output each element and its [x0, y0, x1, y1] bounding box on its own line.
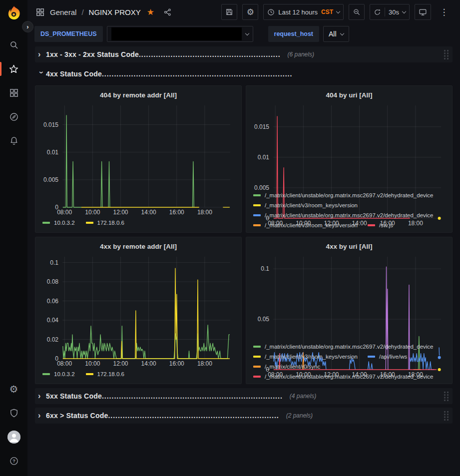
favorite-star-icon[interactable]: ★	[147, 7, 154, 17]
row-header-6xx[interactable]: › 6xx > Status Code ....................…	[35, 408, 453, 424]
row-drag-handle[interactable]	[444, 392, 449, 401]
row-collapse-chevron: ›	[38, 50, 46, 59]
svg-text:10:00: 10:00	[85, 360, 100, 367]
row-title-dots: ........................................…	[102, 70, 292, 78]
legend-item[interactable]: 10.0.3.2	[42, 220, 75, 226]
datasource-variable-select[interactable]	[107, 26, 253, 42]
user-avatar	[7, 431, 20, 444]
legend-item[interactable]: /_matrix/client/v3/room_keys/version	[253, 354, 358, 360]
row-collapse-chevron: ›	[38, 411, 46, 420]
series-label: /api/live/ws	[379, 354, 407, 360]
save-dashboard-button[interactable]	[221, 4, 237, 20]
tv-mode-button[interactable]	[415, 4, 431, 20]
row-header-1xx-3xx-2xx[interactable]: › 1xx - 3xx - 2xx Status Code ..........…	[35, 46, 453, 62]
grafana-logo[interactable]	[0, 0, 27, 22]
sidebar-item-configuration[interactable]: ⚙	[0, 377, 27, 401]
more-options-kebab[interactable]: ⋮	[436, 4, 452, 20]
row-header-4xx[interactable]: › 4xx Status Code ......................…	[35, 66, 453, 82]
svg-text:0: 0	[55, 355, 58, 362]
legend-item[interactable]: /_matrix/client/unstable/org.matrix.msc2…	[253, 192, 434, 198]
svg-text:0.06: 0.06	[47, 298, 59, 305]
share-icon[interactable]	[163, 8, 172, 16]
legend-item[interactable]: 10.0.3.2	[42, 371, 75, 377]
svg-text:08:00: 08:00	[57, 360, 72, 367]
sidebar-item-search[interactable]	[0, 33, 27, 57]
legend-item[interactable]: /api/live/ws	[368, 354, 407, 360]
sidebar-item-profile[interactable]	[0, 425, 27, 449]
variables-bar: DS_PROMETHEUS request_host All	[27, 24, 460, 44]
series-color-swatch	[86, 373, 93, 375]
time-range-picker[interactable]: Last 12 hours CST	[263, 4, 344, 20]
series-color-swatch	[368, 224, 375, 226]
zoom-out-time-button[interactable]	[349, 4, 365, 20]
dashboard-settings-button[interactable]: ⚙	[242, 4, 258, 20]
request-host-value: All	[329, 30, 337, 38]
sidebar-item-alerting[interactable]	[0, 129, 27, 153]
request-host-variable-select[interactable]: All	[323, 26, 349, 42]
series-color-swatch	[368, 356, 375, 358]
timeseries-chart[interactable]: 08:0010:0012:0014:0016:0018:0000.020.040…	[39, 253, 237, 368]
svg-text:14:00: 14:00	[141, 209, 156, 216]
row-drag-handle[interactable]	[444, 50, 449, 59]
sidebar-item-dashboards[interactable]	[0, 81, 27, 105]
row-header-5xx[interactable]: › 5xx Status Code ......................…	[35, 388, 453, 404]
legend-item[interactable]: /_matrix/client/v3/room_keys/version	[253, 222, 358, 228]
datasource-variable-label[interactable]: DS_PROMETHEUS	[34, 26, 103, 42]
series-label: /_matrix/client/r0/sync	[265, 364, 320, 370]
row-expand-chevron: ›	[37, 71, 46, 79]
star-icon	[8, 64, 19, 74]
sidebar-item-starred[interactable]	[0, 57, 27, 81]
legend-item[interactable]: /_matrix/client/unstable/org.matrix.msc2…	[253, 374, 434, 380]
legend-item[interactable]: /_matrix/client/r0/sync	[253, 364, 320, 370]
legend-item[interactable]: 172.18.0.6	[86, 371, 124, 377]
panel-404-by-remote-addr: 404 by remote addr [All] 08:0010:0012:00…	[35, 85, 242, 233]
panels-grid: 404 by remote addr [All] 08:0010:0012:00…	[35, 85, 453, 384]
row-title: 5xx Status Code	[46, 392, 102, 400]
legend-item[interactable]: 172.18.0.6	[86, 220, 124, 226]
legend-item[interactable]: /_matrix/client/unstable/org.matrix.msc2…	[253, 212, 434, 218]
series-label: 172.18.0.6	[97, 371, 124, 377]
refresh-group[interactable]: 30s	[370, 4, 410, 20]
svg-text:12:00: 12:00	[113, 209, 128, 216]
svg-text:0: 0	[55, 204, 58, 211]
svg-text:0.005: 0.005	[43, 176, 58, 183]
sidebar-expand-button[interactable]: ›	[22, 21, 33, 32]
panel-title[interactable]: 404 by remote addr [All]	[39, 88, 237, 101]
svg-text:08:00: 08:00	[57, 209, 72, 216]
series-color-swatch	[42, 373, 50, 375]
timeseries-chart[interactable]: 08:0010:0012:0014:0016:0018:0000.0050.01…	[39, 101, 237, 216]
panel-title[interactable]: 4xx by uri [All]	[250, 240, 448, 253]
row-title-dots: ........................................…	[108, 412, 279, 420]
svg-text:18:00: 18:00	[197, 360, 212, 367]
svg-text:16:00: 16:00	[169, 360, 184, 367]
panel-title[interactable]: 4xx by remote addr [All]	[39, 240, 237, 253]
row-drag-handle[interactable]	[444, 411, 449, 421]
save-icon	[225, 8, 233, 16]
legend-item[interactable]: /sw.js	[368, 222, 393, 228]
server-admin-shield-icon	[9, 408, 19, 418]
timeseries-chart[interactable]: 08:0010:0012:0014:0016:0018:0000.0050.01…	[250, 101, 448, 191]
breadcrumb-separator: /	[81, 8, 83, 16]
panel-title[interactable]: 404 by uri [All]	[250, 88, 448, 101]
sidebar-item-server-admin[interactable]	[0, 401, 27, 425]
breadcrumb-section[interactable]: General	[50, 8, 76, 16]
legend-item[interactable]: /_matrix/client/v3/room_keys/version	[253, 202, 358, 208]
sidebar-item-explore[interactable]	[0, 105, 27, 129]
request-host-variable-label[interactable]: request_host	[268, 26, 320, 42]
series-label: /sw.js	[379, 222, 393, 228]
row-panel-count: (4 panels)	[290, 393, 316, 400]
dashboard-title[interactable]: NGINX PROXY	[89, 8, 141, 16]
svg-text:0.04: 0.04	[47, 317, 59, 324]
svg-text:14:00: 14:00	[141, 360, 156, 367]
dashboards-grid-icon	[9, 88, 19, 98]
svg-text:0.1: 0.1	[261, 265, 269, 272]
svg-text:0.01: 0.01	[258, 154, 270, 161]
legend-item[interactable]: /_matrix/client/unstable/org.matrix.msc2…	[253, 344, 434, 350]
series-color-swatch	[253, 224, 261, 226]
timezone-label: CST	[321, 8, 333, 15]
sidebar-item-help[interactable]: ?	[0, 449, 27, 473]
timeseries-chart[interactable]: 08:0010:0012:0014:0016:0018:0000.050.1	[250, 253, 448, 343]
series-color-swatch	[86, 222, 93, 224]
svg-text:0.005: 0.005	[254, 184, 269, 191]
series-color-swatch	[253, 214, 261, 216]
